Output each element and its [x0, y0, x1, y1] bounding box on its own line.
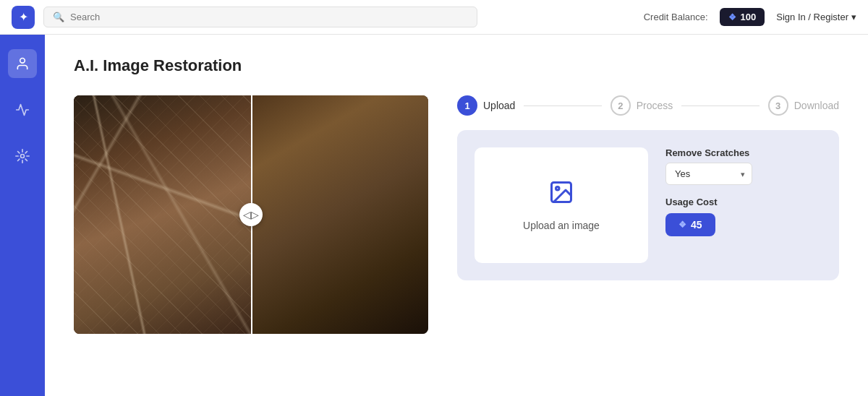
step-upload: 1 Upload	[457, 95, 515, 116]
sidebar-item-grid[interactable]	[8, 142, 37, 171]
step-1-label: Upload	[483, 100, 515, 111]
top-nav: ✦ 🔍 Credit Balance: ❖ 100 Sign In / Regi…	[0, 0, 868, 35]
page-title: A.I. Image Restoration	[74, 56, 839, 75]
cost-diamond-icon: ❖	[678, 220, 686, 230]
credit-amount: 100	[741, 12, 757, 22]
step-2-label: Process	[637, 100, 673, 111]
svg-point-1	[21, 155, 25, 158]
search-input[interactable]	[70, 12, 468, 22]
credit-badge: ❖ 100	[720, 8, 765, 26]
usage-cost-badge: ❖ 45	[665, 213, 715, 236]
upload-panel: Upload an image Remove Scratches Yes No	[457, 130, 839, 280]
upload-options: Remove Scratches Yes No ▾ Usage Cost	[665, 147, 752, 236]
crack-overlay	[74, 95, 251, 334]
svg-point-3	[556, 187, 560, 191]
upload-dropzone[interactable]: Upload an image	[475, 147, 648, 263]
compare-drag-handle[interactable]: ◁▷	[239, 203, 263, 226]
sidebar-item-person[interactable]	[8, 49, 37, 78]
usage-cost-group: Usage Cost ❖ 45	[665, 197, 752, 236]
step-3-circle: 3	[768, 95, 788, 116]
step-2-circle: 2	[610, 95, 631, 116]
step-process: 2 Process	[610, 95, 673, 116]
search-bar[interactable]: 🔍	[43, 7, 477, 27]
upload-label: Upload an image	[523, 220, 600, 231]
diamond-icon: ❖	[728, 12, 736, 22]
search-icon: 🔍	[53, 12, 64, 22]
tool-area: ◁▷ 1 Upload 2	[74, 95, 839, 334]
image-before	[74, 95, 251, 334]
sign-in-label: Sign In / Register	[776, 12, 848, 22]
remove-scratches-group: Remove Scratches Yes No ▾	[665, 147, 752, 185]
usage-cost-label: Usage Cost	[665, 197, 752, 207]
sidebar-item-chart[interactable]	[8, 95, 37, 124]
sign-in-button[interactable]: Sign In / Register ▾	[776, 12, 856, 22]
right-panel: 1 Upload 2 Process 3	[457, 95, 839, 280]
upload-icon	[548, 179, 574, 211]
usage-cost-value: 45	[691, 219, 702, 231]
remove-scratches-select[interactable]: Yes No	[665, 163, 752, 185]
credit-label: Credit Balance:	[644, 12, 708, 22]
logo-icon: ✦	[12, 6, 35, 29]
remove-scratches-label: Remove Scratches	[665, 147, 752, 158]
steps-indicator: 1 Upload 2 Process 3	[457, 95, 839, 116]
main-layout: A.I. Image Restoration ◁▷	[0, 35, 868, 396]
remove-scratches-select-wrap: Yes No ▾	[665, 163, 752, 185]
step-1-circle: 1	[457, 95, 477, 116]
nav-right: Credit Balance: ❖ 100 Sign In / Register…	[644, 8, 856, 26]
image-compare: ◁▷	[74, 95, 428, 334]
step-connector-1	[524, 106, 601, 106]
svg-point-0	[20, 59, 25, 64]
step-3-label: Download	[794, 100, 839, 111]
sidebar	[0, 35, 45, 396]
step-connector-2	[681, 106, 759, 106]
damaged-overlay	[74, 95, 251, 334]
content-area: A.I. Image Restoration ◁▷	[45, 35, 868, 396]
chevron-down-icon: ▾	[851, 12, 856, 22]
step-download: 3 Download	[768, 95, 839, 116]
